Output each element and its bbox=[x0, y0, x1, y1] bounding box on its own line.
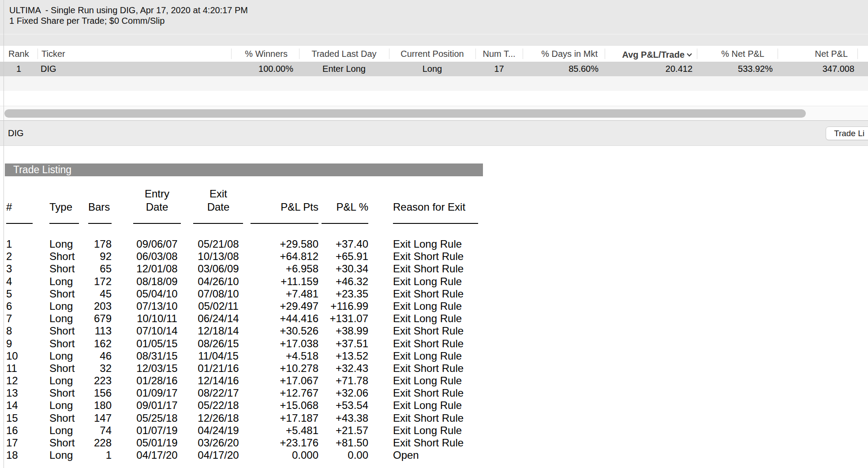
trade-cell-exit: 08/26/15 bbox=[193, 338, 244, 350]
trade-cell-bars: 223 bbox=[82, 375, 112, 387]
column-divider bbox=[231, 48, 232, 59]
column-divider bbox=[605, 48, 605, 59]
trade-cell-type: Short bbox=[49, 387, 80, 399]
column-header-pct-days-in-mkt[interactable]: % Days in Mkt bbox=[523, 46, 605, 62]
trade-cell-pct: +32.43 bbox=[321, 362, 368, 375]
trade-cell-pct: +23.35 bbox=[321, 288, 368, 300]
column-header-num-trades[interactable]: Num T... bbox=[475, 46, 523, 62]
chevron-down-icon bbox=[686, 46, 692, 62]
header-exit-top: Exit bbox=[193, 188, 244, 200]
trade-cell-num: 8 bbox=[6, 325, 28, 337]
column-divider bbox=[523, 48, 523, 59]
trade-cell-type: Long bbox=[49, 275, 80, 288]
column-header-ticker[interactable]: Ticker bbox=[37, 46, 231, 62]
header-entry-date: Date bbox=[131, 201, 183, 213]
trade-row: 17Short22805/01/1903/26/20+23.176+81.50E… bbox=[0, 437, 573, 449]
trade-cell-pct: +21.57 bbox=[321, 424, 368, 437]
trade-row: 1Long17809/06/0705/21/08+29.580+37.40Exi… bbox=[0, 238, 573, 250]
trade-cell-pct: +71.78 bbox=[321, 375, 368, 387]
trade-cell-reason: Exit Short Rule bbox=[393, 263, 525, 275]
column-header-rank[interactable]: Rank bbox=[0, 46, 37, 62]
column-header-net-pnl[interactable]: Net P&L bbox=[778, 46, 857, 62]
trade-cell-bars: 45 bbox=[82, 288, 112, 300]
trade-list-button[interactable]: Trade Li bbox=[826, 126, 868, 140]
cell-pct-days-in-mkt: 85.60% bbox=[523, 62, 605, 76]
trade-cell-pts: +29.497 bbox=[247, 300, 318, 312]
trade-cell-num: 13 bbox=[6, 387, 28, 399]
trade-cell-bars: 147 bbox=[82, 412, 112, 424]
trade-cell-entry: 04/17/20 bbox=[131, 449, 183, 461]
trade-cell-type: Short bbox=[49, 362, 80, 375]
trade-cell-num: 14 bbox=[6, 399, 28, 412]
trade-cell-exit: 12/26/18 bbox=[193, 412, 244, 424]
trade-row: 5Short4505/04/1007/08/10+7.481+23.35Exit… bbox=[0, 288, 573, 300]
summary-row-dig[interactable]: 1 DIG 100.00% Enter Long Long 17 85.60% … bbox=[0, 62, 868, 76]
trade-cell-type: Long bbox=[49, 238, 80, 250]
column-header-pct-winners[interactable]: % Winners bbox=[231, 46, 299, 62]
trade-cell-pts: +17.038 bbox=[247, 338, 318, 350]
trade-cell-reason: Exit Short Rule bbox=[393, 387, 525, 399]
trade-cell-num: 1 bbox=[6, 238, 28, 250]
trade-cell-entry: 05/01/19 bbox=[131, 437, 183, 449]
trade-cell-pts: +5.481 bbox=[247, 424, 318, 437]
trade-cell-entry: 01/09/17 bbox=[131, 387, 183, 399]
trade-cell-type: Long bbox=[49, 449, 80, 461]
trade-cell-bars: 180 bbox=[82, 399, 112, 412]
run-title: ULTIMA - Single Run using DIG, Apr 17, 2… bbox=[9, 5, 248, 15]
trade-row: 7Long67910/10/1106/24/14+44.416+131.07Ex… bbox=[0, 312, 573, 325]
window-header: ULTIMA - Single Run using DIG, Apr 17, 2… bbox=[0, 0, 868, 46]
column-header-traded-last-day[interactable]: Traded Last Day bbox=[299, 46, 389, 62]
trade-cell-bars: 162 bbox=[82, 338, 112, 350]
trade-cell-reason: Exit Long Rule bbox=[393, 238, 525, 250]
trade-cell-exit: 05/21/08 bbox=[193, 238, 244, 250]
trade-cell-pct: +65.91 bbox=[321, 250, 368, 263]
header-reason: Reason for Exit bbox=[393, 201, 525, 213]
column-divider bbox=[697, 48, 697, 59]
column-header-current-position[interactable]: Current Position bbox=[389, 46, 475, 62]
trade-cell-bars: 74 bbox=[82, 424, 112, 437]
trade-cell-type: Short bbox=[49, 338, 80, 350]
column-header-avg-pnl-trade[interactable]: Avg P&L/Trade bbox=[605, 46, 697, 62]
pane-edge-line bbox=[4, 0, 4, 468]
header-underline bbox=[322, 223, 368, 224]
trade-cell-type: Short bbox=[49, 263, 80, 275]
trade-cell-entry: 07/13/10 bbox=[131, 300, 183, 312]
trade-row: 4Long17208/18/0904/26/10+11.159+46.32Exi… bbox=[0, 275, 573, 288]
horizontal-scrollbar-thumb[interactable] bbox=[4, 109, 806, 118]
column-header-avg-pnl-trade-label: Avg P&L/Trade bbox=[622, 50, 685, 59]
trade-cell-exit: 05/02/11 bbox=[193, 300, 244, 312]
header-type: Type bbox=[49, 201, 80, 213]
trade-cell-entry: 12/03/15 bbox=[131, 362, 183, 375]
trade-cell-exit: 04/17/20 bbox=[193, 449, 244, 461]
trade-cell-pct: +46.32 bbox=[321, 275, 368, 288]
trade-cell-reason: Exit Long Rule bbox=[393, 312, 525, 325]
trade-cell-entry: 05/04/10 bbox=[131, 288, 183, 300]
trade-cell-pts: +29.580 bbox=[247, 238, 318, 250]
trade-listing-title: Trade Listing bbox=[5, 163, 483, 176]
header-bars: Bars bbox=[88, 201, 112, 213]
trade-cell-pct: +53.54 bbox=[321, 399, 368, 412]
trade-row: 3Short6512/01/0803/06/09+6.958+30.34Exit… bbox=[0, 263, 573, 275]
header-underline bbox=[193, 223, 243, 224]
trade-cell-exit: 04/24/19 bbox=[193, 424, 244, 437]
trade-cell-num: 2 bbox=[6, 250, 28, 263]
trade-cell-bars: 156 bbox=[82, 387, 112, 399]
trade-cell-pct: +37.51 bbox=[321, 338, 368, 350]
trade-cell-entry: 01/05/15 bbox=[131, 338, 183, 350]
column-divider bbox=[389, 48, 389, 59]
trade-cell-pct: +30.34 bbox=[321, 263, 368, 275]
cell-ticker: DIG bbox=[37, 62, 231, 76]
cell-net-pnl: 347.008 bbox=[778, 62, 857, 76]
trade-cell-exit: 07/08/10 bbox=[193, 288, 244, 300]
horizontal-scrollbar-track[interactable] bbox=[0, 106, 868, 120]
trade-row: 18Long104/17/2004/17/200.0000.00Open bbox=[0, 449, 573, 461]
trade-cell-bars: 228 bbox=[82, 437, 112, 449]
trade-row: 2Short9206/03/0810/13/08+64.812+65.91Exi… bbox=[0, 250, 573, 263]
trade-cell-entry: 12/01/08 bbox=[131, 263, 183, 275]
trade-cell-entry: 06/03/08 bbox=[131, 250, 183, 263]
trade-cell-reason: Exit Short Rule bbox=[393, 412, 525, 424]
app-window: { "header": { "line1": "ULTIMA - Single … bbox=[0, 0, 868, 468]
column-header-pct-net-pnl[interactable]: % Net P&L bbox=[697, 46, 778, 62]
trade-cell-pct: +131.07 bbox=[321, 312, 368, 325]
trade-cell-num: 18 bbox=[6, 449, 28, 461]
